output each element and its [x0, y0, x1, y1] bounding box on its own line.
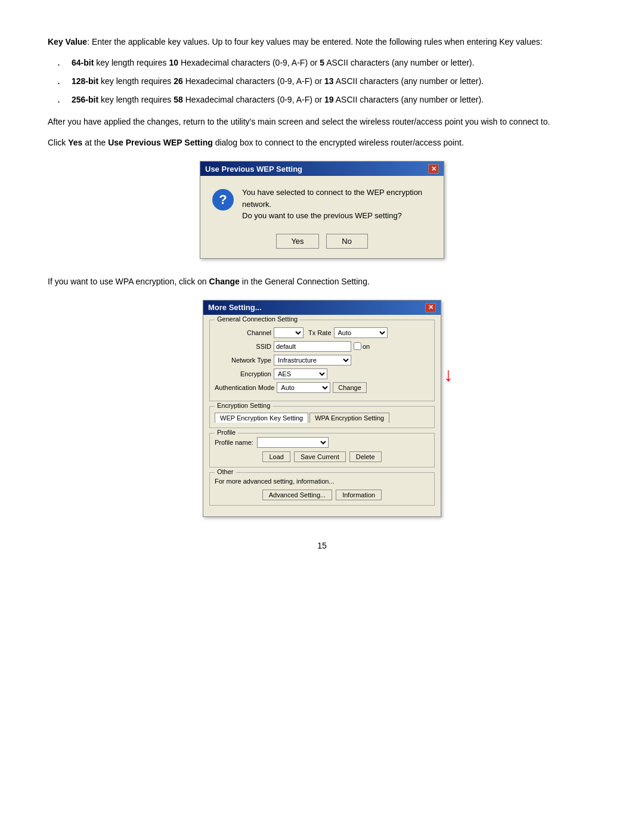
bullet-item-256bit: 256-bit key length requires 58 Hexadecim…: [66, 94, 596, 106]
save-current-button[interactable]: Save Current: [294, 451, 346, 462]
profile-buttons: Load Save Current Delete: [215, 451, 429, 462]
channel-select[interactable]: [274, 327, 304, 338]
general-section-label: General Connection Setting: [215, 315, 300, 323]
more-title-bar: More Setting... ✕: [203, 301, 441, 315]
ssid-row: SSID on: [215, 341, 429, 352]
page-content: Key Value: Enter the applicable key valu…: [48, 36, 596, 550]
other-text: For more advanced setting, information..…: [215, 476, 429, 487]
delete-button[interactable]: Delete: [349, 451, 382, 462]
profile-name-label: Profile name:: [215, 439, 253, 446]
change-button[interactable]: Change: [333, 382, 367, 393]
profile-section-label: Profile: [215, 429, 238, 436]
ssid-input[interactable]: [274, 341, 351, 352]
encryption-label: Encryption: [215, 370, 271, 377]
auth-mode-select[interactable]: Auto: [277, 382, 330, 393]
wep-dialog-container: Use Previous WEP Setting ✕ ? You have se…: [48, 161, 596, 259]
profile-name-select[interactable]: [257, 437, 329, 448]
key-value-paragraph: Key Value: Enter the applicable key valu…: [48, 36, 596, 48]
bullet-item-128bit: 128-bit key length requires 26 Hexadecim…: [66, 75, 596, 88]
encryption-row: Encryption AES: [215, 368, 429, 379]
network-type-row: Network Type Infrastructure: [215, 355, 429, 366]
on-checkbox[interactable]: [354, 342, 361, 350]
wep-message-line1: You have selected to connect to the WEP …: [242, 188, 422, 209]
profile-name-row: Profile name:: [215, 437, 429, 448]
channel-txrate-row: Channel Tx Rate Auto: [215, 327, 429, 338]
wep-yes-button[interactable]: Yes: [276, 234, 318, 249]
wep-close-button[interactable]: ✕: [428, 164, 439, 174]
wep-buttons: Yes No: [200, 230, 444, 258]
general-connection-section: General Connection Setting Channel Tx Ra…: [209, 320, 435, 401]
encryption-select[interactable]: AES: [274, 368, 327, 379]
profile-section: Profile Profile name: Load Save Current …: [209, 433, 435, 467]
tab-wpa[interactable]: WPA Encryption Setting: [309, 413, 389, 423]
load-button[interactable]: Load: [262, 451, 290, 462]
bullet-item-64bit: 64-bit key length requires 10 Hexadecima…: [66, 57, 596, 69]
auth-mode-row: Authentication Mode Auto Change: [215, 382, 429, 393]
auth-mode-label: Authentication Mode: [215, 384, 274, 391]
tab-wep[interactable]: WEP Encryption Key Setting: [215, 413, 308, 423]
wep-title-bar: Use Previous WEP Setting ✕: [200, 162, 444, 176]
tx-rate-label: Tx Rate: [308, 329, 332, 336]
wep-no-button[interactable]: No: [326, 234, 368, 249]
encryption-section-label: Encryption Setting: [215, 402, 273, 409]
tx-rate-select[interactable]: Auto: [334, 327, 388, 338]
wpa-paragraph: If you want to use WPA encryption, click…: [48, 275, 596, 288]
on-label: on: [363, 343, 370, 350]
key-value-intro-rest: : Enter the applicable key values. Up to…: [87, 37, 542, 47]
click-yes-paragraph: Click Yes at the Use Previous WEP Settin…: [48, 137, 596, 149]
information-button[interactable]: Information: [336, 490, 382, 500]
after-changes-paragraph: After you have applied the changes, retu…: [48, 116, 596, 128]
more-setting-dialog-container: More Setting... ✕ General Connection Set…: [48, 300, 596, 518]
network-type-label: Network Type: [215, 357, 271, 364]
ssid-label: SSID: [215, 343, 271, 350]
advanced-setting-button[interactable]: Advanced Setting...: [262, 490, 332, 500]
channel-label: Channel: [215, 329, 271, 336]
more-dialog-title: More Setting...: [208, 303, 262, 312]
encryption-setting-section: Encryption Setting WEP Encryption Key Se…: [209, 406, 435, 428]
other-buttons: Advanced Setting... Information: [215, 490, 429, 500]
bullet-list: 64-bit key length requires 10 Hexadecima…: [66, 57, 596, 106]
on-checkbox-label: on: [354, 342, 370, 350]
bullet2-bold: 128-bit: [72, 76, 98, 86]
wep-dialog-body: ? You have selected to connect to the WE…: [200, 176, 444, 230]
bullet1-bold: 64-bit: [72, 58, 94, 67]
network-type-select[interactable]: Infrastructure: [274, 355, 351, 366]
more-close-button[interactable]: ✕: [425, 303, 436, 312]
other-section: Other For more advanced setting, informa…: [209, 472, 435, 506]
other-section-label: Other: [215, 468, 236, 475]
wep-message: You have selected to connect to the WEP …: [242, 187, 432, 222]
key-value-bold: Key Value: [48, 37, 87, 47]
wep-dialog: Use Previous WEP Setting ✕ ? You have se…: [200, 161, 444, 259]
question-icon: ?: [212, 189, 234, 210]
page-number: 15: [48, 541, 596, 550]
wep-message-line2: Do you want to use the previous WEP sett…: [242, 211, 402, 220]
encryption-tab-bar: WEP Encryption Key Setting WPA Encryptio…: [215, 413, 429, 423]
more-setting-dialog: More Setting... ✕ General Connection Set…: [203, 300, 441, 518]
red-arrow-icon: ↓: [444, 365, 453, 384]
bullet3-bold: 256-bit: [72, 95, 98, 104]
more-dialog-body: General Connection Setting Channel Tx Ra…: [203, 315, 441, 517]
wep-dialog-title: Use Previous WEP Setting: [205, 165, 302, 174]
